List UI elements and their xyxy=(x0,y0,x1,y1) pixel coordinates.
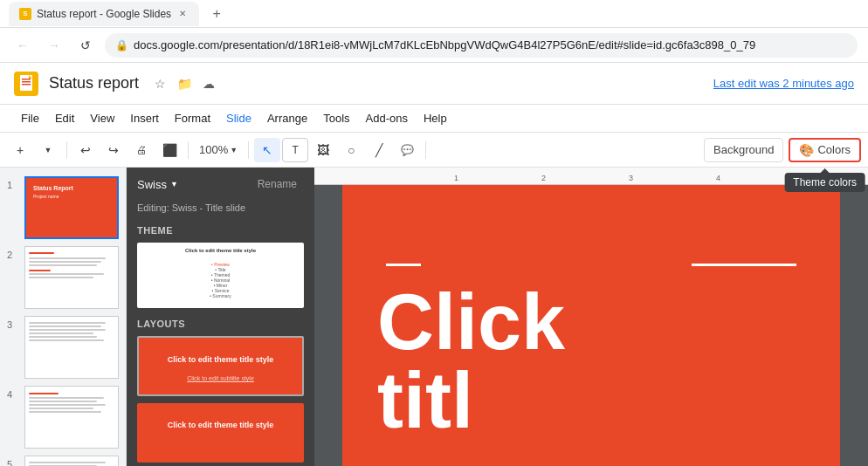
undo-button[interactable]: ↩ xyxy=(72,138,99,162)
slide-thumb-4[interactable]: 4 xyxy=(5,384,121,450)
layouts-section-label: LAYOUTS xyxy=(127,312,314,332)
main-content: 1 Status Report Project name 2 xyxy=(0,168,868,466)
theme-preview-items: • Preview • Title • Themed • Nominal • M… xyxy=(155,262,286,298)
slide-area: 1 2 3 4 Click titl xyxy=(314,168,868,466)
menu-arrange[interactable]: Arrange xyxy=(260,108,314,128)
app-title: Status report xyxy=(49,74,139,93)
slide-number-1: 1 xyxy=(7,180,19,190)
zoom-select[interactable]: 100% ▼ xyxy=(194,138,243,162)
slide-thumb-5[interactable]: 5 xyxy=(5,454,121,466)
title-actions: ☆ 📁 ☁ xyxy=(149,73,219,94)
slide-thumb-2[interactable]: 2 xyxy=(5,244,121,311)
theme-selector[interactable]: Swiss ▼ xyxy=(137,178,178,191)
theme-preview-title: Click to edit theme title style xyxy=(141,248,300,253)
slide-dash-right xyxy=(692,264,796,266)
slide1-title: Status Report xyxy=(33,185,73,191)
theme-preview-box[interactable]: Click to edit theme title style • Previe… xyxy=(137,243,304,308)
browser-tab[interactable]: S Status report - Google Slides ✕ xyxy=(9,2,199,26)
slides-logo xyxy=(14,72,38,96)
menu-edit[interactable]: Edit xyxy=(48,108,81,128)
menu-view[interactable]: View xyxy=(83,108,121,128)
tab-close-button[interactable]: ✕ xyxy=(176,8,189,20)
toolbar-divider-1 xyxy=(66,141,67,159)
shape-tool-button[interactable]: ○ xyxy=(338,138,364,162)
print-button[interactable]: 🖨 xyxy=(128,138,155,162)
menu-insert[interactable]: Insert xyxy=(123,108,166,128)
layout-thumb-2[interactable]: Click to edit theme title style xyxy=(137,403,304,463)
toolbar-dropdown[interactable]: ▼ xyxy=(35,138,61,162)
comment-button[interactable]: 💬 xyxy=(394,138,420,162)
slide-preview-4 xyxy=(24,386,119,449)
select-tool-button[interactable]: ↖ xyxy=(254,138,280,162)
line-tool-button[interactable]: ╱ xyxy=(366,138,392,162)
refresh-button[interactable]: ↺ xyxy=(73,33,98,58)
slide-panel: 1 Status Report Project name 2 xyxy=(0,168,127,466)
toolbar-divider-2 xyxy=(188,141,189,159)
background-label: Background xyxy=(713,143,774,156)
menu-bar: File Edit View Insert Format Slide Arran… xyxy=(0,105,868,133)
slide-dash-left xyxy=(386,264,421,266)
slide-number-3: 3 xyxy=(7,319,19,330)
toolbar-divider-4 xyxy=(425,141,426,159)
background-button[interactable]: Background xyxy=(704,138,783,162)
url-text: docs.google.com/presentation/d/18R1ei8-v… xyxy=(134,38,755,51)
new-tab-button[interactable]: + xyxy=(206,3,227,24)
theme-chevron-icon: ▼ xyxy=(170,180,178,188)
editing-label: Editing: Swiss - Title slide xyxy=(127,201,314,218)
app-header: Status report ☆ 📁 ☁ Last edit was 2 minu… xyxy=(0,63,868,105)
layout-thumb-1[interactable]: Click to edit theme title style Click to… xyxy=(137,336,304,396)
slide-number-2: 2 xyxy=(7,250,19,260)
colors-button[interactable]: 🎨 Colors Theme colors xyxy=(789,138,861,162)
slide-canvas: Click titl xyxy=(342,185,840,466)
add-slide-button[interactable]: + xyxy=(7,138,33,162)
menu-file[interactable]: File xyxy=(14,108,46,128)
layout2-text: Click to edit theme title style xyxy=(161,421,281,429)
rename-button[interactable]: Rename xyxy=(251,175,304,194)
paint-format-button[interactable]: ⬛ xyxy=(156,138,183,162)
redo-button[interactable]: ↪ xyxy=(100,138,127,162)
star-button[interactable]: ☆ xyxy=(149,73,170,94)
toolbar: + ▼ ↩ ↪ 🖨 ⬛ 100% ▼ ↖ T 🖼 ○ ╱ 💬 Backgroun… xyxy=(0,133,868,168)
image-tool-button[interactable]: 🖼 xyxy=(310,138,336,162)
svg-rect-3 xyxy=(22,84,31,86)
back-button[interactable]: ← xyxy=(10,33,35,58)
slide-thumb-1[interactable]: 1 Status Report Project name xyxy=(5,175,121,241)
palette-icon: 🎨 xyxy=(799,143,814,157)
url-bar[interactable]: 🔒 docs.google.com/presentation/d/18R1ei8… xyxy=(105,33,858,58)
slide-preview-1: Status Report Project name xyxy=(24,176,119,239)
slide-number-4: 4 xyxy=(7,389,19,400)
slide-click-text: Click xyxy=(377,283,565,361)
slide-titl-text: titl xyxy=(377,361,565,440)
colors-label: Colors xyxy=(817,143,851,156)
theme-name: Swiss xyxy=(137,178,167,191)
menu-format[interactable]: Format xyxy=(168,108,217,128)
last-edit-text[interactable]: Last edit was 2 minutes ago xyxy=(713,77,854,90)
slide-preview-3 xyxy=(24,316,119,379)
move-to-folder-button[interactable]: 📁 xyxy=(174,73,195,94)
slide-thumb-3[interactable]: 3 xyxy=(5,314,121,380)
slides-favicon: S xyxy=(19,8,31,20)
ruler-mark-4: 4 xyxy=(716,174,720,182)
text-tool-button[interactable]: T xyxy=(282,138,308,162)
slide-big-text: Click titl xyxy=(377,283,565,440)
zoom-chevron-icon: ▼ xyxy=(230,146,238,154)
ruler-mark-1: 1 xyxy=(454,174,458,182)
svg-rect-2 xyxy=(22,81,31,83)
theme-section-label: THEME xyxy=(127,218,314,239)
tab-title: Status report - Google Slides xyxy=(37,8,171,20)
menu-addons[interactable]: Add-ons xyxy=(359,108,415,128)
menu-help[interactable]: Help xyxy=(417,108,454,128)
menu-slide[interactable]: Slide xyxy=(219,108,258,128)
cloud-status-icon: ☁ xyxy=(198,73,219,94)
colors-tooltip: Theme colors xyxy=(784,173,865,192)
menu-tools[interactable]: Tools xyxy=(316,108,356,128)
slide-number-5: 5 xyxy=(7,459,19,466)
lock-icon: 🔒 xyxy=(115,39,128,51)
svg-rect-1 xyxy=(22,79,31,80)
forward-button[interactable]: → xyxy=(42,33,66,58)
layout1-text: Click to edit theme title style xyxy=(161,355,281,364)
slide1-subtitle: Project name xyxy=(33,194,59,199)
zoom-value: 100% xyxy=(199,143,228,156)
toolbar-divider-3 xyxy=(248,141,249,159)
ruler-mark-2: 2 xyxy=(541,174,546,182)
